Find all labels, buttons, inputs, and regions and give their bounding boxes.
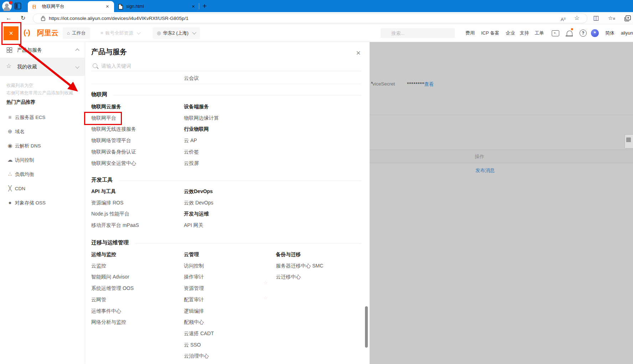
annotation-box-close-button bbox=[1, 22, 21, 45]
section-rule bbox=[135, 243, 361, 244]
region-selector[interactable]: ◎华东2 (上海) bbox=[153, 27, 200, 39]
language-switch[interactable]: 简体 bbox=[605, 24, 614, 42]
menu-item[interactable]: 云网管 bbox=[91, 294, 134, 306]
menu-item[interactable]: 物联网边缘计算 bbox=[184, 113, 219, 124]
menu-item[interactable]: Node.js 性能平台 bbox=[91, 208, 139, 220]
menu-item[interactable]: 云 SSO bbox=[184, 339, 214, 351]
menu-item[interactable]: 系统运维管理 OOS bbox=[91, 283, 134, 294]
tab-close-icon[interactable]: × bbox=[192, 1, 195, 12]
support-link[interactable]: 支持 bbox=[520, 24, 529, 42]
menu-item[interactable]: 物联网无线连接服务 bbox=[91, 124, 136, 135]
resource-list-icon: ≡ bbox=[101, 30, 103, 36]
menu-item[interactable]: 资源编排 ROS bbox=[91, 197, 139, 209]
sidebar-item-ecs[interactable]: ≡ 云服务器 ECS bbox=[6, 114, 45, 121]
menu-title: 产品与服务 bbox=[91, 47, 127, 57]
aliyun-logo-icon[interactable]: (-) bbox=[24, 28, 30, 37]
aliyun-logo-text[interactable]: 阿里云 bbox=[37, 28, 58, 38]
favorite-star-icon[interactable]: ☆ bbox=[574, 12, 580, 24]
favorite-star-icon[interactable]: ☆ bbox=[263, 295, 268, 301]
menu-item[interactable]: 物联网络管理平台 bbox=[91, 135, 136, 146]
split-screen-icon[interactable]: ◫ bbox=[593, 12, 599, 24]
sidebar-item-ram[interactable]: ☁ 访问控制 bbox=[6, 157, 34, 163]
menu-item[interactable]: 配置审计 bbox=[184, 294, 214, 306]
menu-item-partial[interactable]: 云会议 bbox=[184, 75, 199, 82]
sidebar-item-oss[interactable]: ● 对象存储 OSS bbox=[6, 199, 46, 206]
browser-tab-active[interactable]: (-) 物联网平台 × bbox=[28, 1, 114, 12]
menu-item[interactable]: 智能顾问 Advisor bbox=[91, 271, 134, 283]
menu-item[interactable]: 云迁移中心 bbox=[276, 271, 323, 283]
menu-search-input[interactable] bbox=[91, 61, 361, 71]
menu-item[interactable]: 资源管理 bbox=[184, 283, 214, 294]
menu-item[interactable]: 运维事件中心 bbox=[91, 306, 134, 317]
new-tab-button[interactable]: + bbox=[202, 0, 207, 12]
icp-link[interactable]: ICP 备案 bbox=[481, 24, 499, 42]
profile-notification-dot bbox=[9, 1, 13, 5]
table-header-row: 操作 bbox=[370, 150, 633, 163]
sidebar-item-my-favorites[interactable]: ☆ 我的收藏 bbox=[0, 58, 85, 76]
hot-products-title: 热门产品推荐 bbox=[6, 99, 35, 105]
menu-item[interactable]: 云投屏 bbox=[184, 158, 219, 169]
menu-item[interactable]: 配额中心 bbox=[184, 317, 214, 328]
menu-item[interactable]: 物联网设备身份认证 bbox=[91, 146, 136, 158]
browser-tab-inactive[interactable]: sign.html × bbox=[117, 1, 199, 12]
server-icon: ≡ bbox=[6, 114, 14, 120]
notifications-bell-icon[interactable] bbox=[567, 31, 572, 36]
billing-link[interactable]: 费用 bbox=[465, 24, 475, 42]
products-services-menu: 产品与服务 × 云会议 物联网 物联网云服务 物联网平台 物联网无线连接服务 物… bbox=[85, 42, 370, 364]
sidebar-item-slb[interactable]: ∴ 负载均衡 bbox=[6, 171, 34, 178]
workbench-button[interactable]: ⌂工作台 bbox=[63, 27, 90, 39]
hot-item-label: 访问控制 bbox=[15, 157, 34, 163]
menu-column: API 与工具 资源编排 ROS Node.js 性能平台 移动开发平台 mPa… bbox=[91, 186, 139, 231]
workbench-label: 工作台 bbox=[72, 30, 86, 36]
widget-icon bbox=[626, 137, 631, 142]
header-search-input[interactable] bbox=[381, 28, 455, 38]
cloudshell-terminal-icon[interactable]: >_ bbox=[552, 30, 559, 36]
account-name[interactable]: aliyun9 bbox=[621, 24, 633, 42]
menu-item[interactable]: 逻辑编排 bbox=[184, 306, 214, 317]
menu-item[interactable]: 云 AP bbox=[184, 135, 219, 146]
menu-item[interactable]: 网络分析与监控 bbox=[91, 317, 134, 328]
divider bbox=[91, 84, 361, 84]
help-icon[interactable]: ? bbox=[580, 30, 587, 37]
menu-scrollbar-thumb[interactable] bbox=[365, 306, 368, 348]
menu-item[interactable]: 物联网安全运营中心 bbox=[91, 158, 136, 169]
tickets-link[interactable]: 工单 bbox=[535, 24, 544, 42]
address-bar[interactable]: https://iot.console.aliyun.com/devices/i… bbox=[33, 14, 587, 23]
account-resources-dropdown[interactable]: ≡账号全部资源 bbox=[101, 27, 140, 39]
menu-item[interactable]: 云治理中心 bbox=[184, 350, 214, 362]
tab-title: sign.html bbox=[126, 1, 144, 12]
menu-column: 云效DevOps 云效 DevOps 开发与运维 API 网关 bbox=[184, 186, 213, 231]
menu-item[interactable]: 云价签 bbox=[184, 146, 219, 158]
tab-separator bbox=[199, 3, 199, 9]
sidebar-item-cdn[interactable]: ╳ CDN bbox=[6, 185, 25, 192]
view-secret-link[interactable]: 查看 bbox=[424, 81, 434, 88]
menu-item[interactable]: 云速搭 CADT bbox=[184, 328, 214, 339]
menu-item[interactable]: 操作审计 bbox=[184, 271, 214, 283]
publish-message-link[interactable]: 发布消息 bbox=[475, 167, 495, 174]
menu-item[interactable]: 云监控 bbox=[91, 260, 134, 272]
favorite-star-icon[interactable]: ☆ bbox=[263, 280, 268, 285]
menu-item[interactable]: 访问控制 bbox=[184, 260, 214, 272]
menu-column: 物联网云服务 物联网平台 物联网无线连接服务 物联网络管理平台 物联网设备身份认… bbox=[91, 101, 136, 169]
workspaces-icon[interactable] bbox=[14, 2, 21, 10]
sidebar-item-domain[interactable]: ⊕ 域名 bbox=[6, 128, 25, 135]
collections-icon[interactable] bbox=[624, 15, 631, 21]
refresh-icon[interactable]: ↻ bbox=[21, 12, 25, 24]
divider bbox=[370, 115, 633, 115]
menu-item[interactable]: 移动开发平台 mPaaS bbox=[91, 220, 139, 231]
sidebar-item-dns[interactable]: ◉ 云解析 DNS bbox=[6, 142, 41, 149]
notification-dot bbox=[571, 28, 573, 30]
menu-close-icon[interactable]: × bbox=[356, 49, 361, 57]
read-aloud-icon[interactable]: A)) bbox=[561, 14, 566, 24]
favorites-bar-icon[interactable]: ☆≡ bbox=[608, 12, 615, 25]
annotation-box-iot-platform bbox=[84, 112, 122, 125]
url-text[interactable]: https://iot.console.aliyun.com/devices/i… bbox=[49, 14, 189, 23]
menu-item[interactable]: 云效 DevOps bbox=[184, 197, 213, 209]
enterprise-link[interactable]: 企业 bbox=[506, 24, 515, 42]
menu-item[interactable]: API 网关 bbox=[184, 220, 213, 231]
tab-close-icon[interactable]: × bbox=[106, 1, 109, 12]
browser-tab-bar: (-) 物联网平台 × sign.html × + bbox=[0, 0, 633, 12]
menu-group-title: 备份与迁移 bbox=[276, 249, 323, 260]
menu-item[interactable]: 服务器迁移中心 SMC bbox=[276, 260, 323, 272]
rewards-icon[interactable]: * bbox=[591, 29, 599, 37]
